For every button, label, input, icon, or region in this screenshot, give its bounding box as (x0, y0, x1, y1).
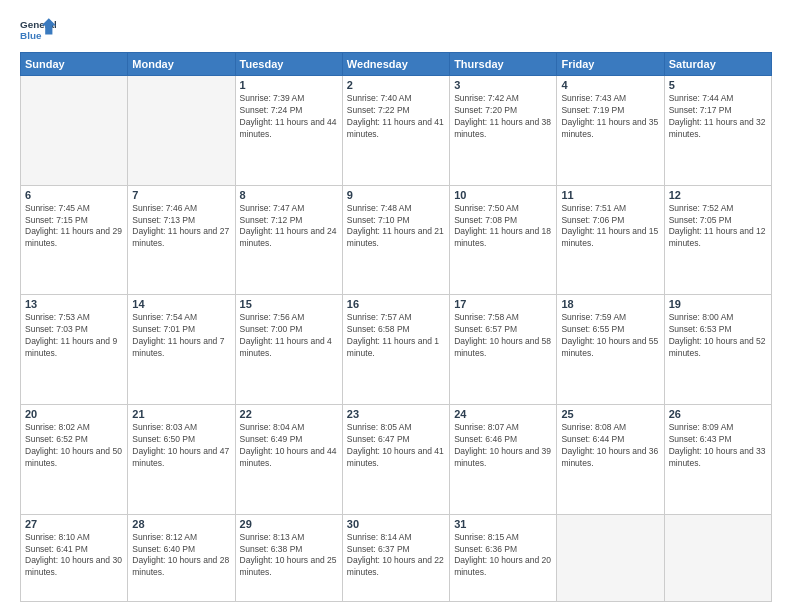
day-info: Sunrise: 8:07 AMSunset: 6:46 PMDaylight:… (454, 422, 552, 470)
day-info: Sunrise: 7:50 AMSunset: 7:08 PMDaylight:… (454, 203, 552, 251)
day-number: 23 (347, 408, 445, 420)
day-info: Sunrise: 7:48 AMSunset: 7:10 PMDaylight:… (347, 203, 445, 251)
day-number: 20 (25, 408, 123, 420)
calendar-cell: 4Sunrise: 7:43 AMSunset: 7:19 PMDaylight… (557, 76, 664, 186)
day-number: 12 (669, 189, 767, 201)
calendar-cell: 5Sunrise: 7:44 AMSunset: 7:17 PMDaylight… (664, 76, 771, 186)
day-info: Sunrise: 8:10 AMSunset: 6:41 PMDaylight:… (25, 532, 123, 580)
day-info: Sunrise: 7:52 AMSunset: 7:05 PMDaylight:… (669, 203, 767, 251)
day-info: Sunrise: 8:05 AMSunset: 6:47 PMDaylight:… (347, 422, 445, 470)
day-number: 21 (132, 408, 230, 420)
calendar-cell: 30Sunrise: 8:14 AMSunset: 6:37 PMDayligh… (342, 514, 449, 601)
day-number: 24 (454, 408, 552, 420)
day-number: 11 (561, 189, 659, 201)
day-info: Sunrise: 7:40 AMSunset: 7:22 PMDaylight:… (347, 93, 445, 141)
day-number: 16 (347, 298, 445, 310)
day-info: Sunrise: 8:12 AMSunset: 6:40 PMDaylight:… (132, 532, 230, 580)
calendar-cell (557, 514, 664, 601)
day-number: 3 (454, 79, 552, 91)
day-info: Sunrise: 7:57 AMSunset: 6:58 PMDaylight:… (347, 312, 445, 360)
day-info: Sunrise: 8:08 AMSunset: 6:44 PMDaylight:… (561, 422, 659, 470)
header: General Blue (20, 16, 772, 44)
calendar-cell: 22Sunrise: 8:04 AMSunset: 6:49 PMDayligh… (235, 405, 342, 515)
logo-icon: General Blue (20, 16, 56, 44)
logo: General Blue (20, 16, 56, 44)
day-info: Sunrise: 8:02 AMSunset: 6:52 PMDaylight:… (25, 422, 123, 470)
day-info: Sunrise: 7:43 AMSunset: 7:19 PMDaylight:… (561, 93, 659, 141)
day-number: 30 (347, 518, 445, 530)
day-number: 29 (240, 518, 338, 530)
calendar-cell: 1Sunrise: 7:39 AMSunset: 7:24 PMDaylight… (235, 76, 342, 186)
day-number: 27 (25, 518, 123, 530)
calendar-week-4: 20Sunrise: 8:02 AMSunset: 6:52 PMDayligh… (21, 405, 772, 515)
calendar-week-1: 1Sunrise: 7:39 AMSunset: 7:24 PMDaylight… (21, 76, 772, 186)
day-number: 15 (240, 298, 338, 310)
weekday-header-thursday: Thursday (450, 53, 557, 76)
svg-text:Blue: Blue (20, 30, 42, 41)
weekday-header-row: SundayMondayTuesdayWednesdayThursdayFrid… (21, 53, 772, 76)
calendar-cell: 6Sunrise: 7:45 AMSunset: 7:15 PMDaylight… (21, 185, 128, 295)
day-info: Sunrise: 8:13 AMSunset: 6:38 PMDaylight:… (240, 532, 338, 580)
day-info: Sunrise: 7:39 AMSunset: 7:24 PMDaylight:… (240, 93, 338, 141)
day-info: Sunrise: 8:03 AMSunset: 6:50 PMDaylight:… (132, 422, 230, 470)
weekday-header-wednesday: Wednesday (342, 53, 449, 76)
day-info: Sunrise: 8:14 AMSunset: 6:37 PMDaylight:… (347, 532, 445, 580)
calendar-cell: 7Sunrise: 7:46 AMSunset: 7:13 PMDaylight… (128, 185, 235, 295)
day-info: Sunrise: 7:44 AMSunset: 7:17 PMDaylight:… (669, 93, 767, 141)
day-number: 6 (25, 189, 123, 201)
calendar-cell: 29Sunrise: 8:13 AMSunset: 6:38 PMDayligh… (235, 514, 342, 601)
day-number: 8 (240, 189, 338, 201)
calendar-cell: 11Sunrise: 7:51 AMSunset: 7:06 PMDayligh… (557, 185, 664, 295)
calendar-cell: 20Sunrise: 8:02 AMSunset: 6:52 PMDayligh… (21, 405, 128, 515)
day-number: 10 (454, 189, 552, 201)
weekday-header-monday: Monday (128, 53, 235, 76)
calendar-cell: 19Sunrise: 8:00 AMSunset: 6:53 PMDayligh… (664, 295, 771, 405)
calendar-cell: 3Sunrise: 7:42 AMSunset: 7:20 PMDaylight… (450, 76, 557, 186)
calendar-cell: 28Sunrise: 8:12 AMSunset: 6:40 PMDayligh… (128, 514, 235, 601)
calendar-cell: 16Sunrise: 7:57 AMSunset: 6:58 PMDayligh… (342, 295, 449, 405)
day-info: Sunrise: 7:59 AMSunset: 6:55 PMDaylight:… (561, 312, 659, 360)
calendar-table: SundayMondayTuesdayWednesdayThursdayFrid… (20, 52, 772, 602)
calendar-cell: 12Sunrise: 7:52 AMSunset: 7:05 PMDayligh… (664, 185, 771, 295)
day-number: 13 (25, 298, 123, 310)
day-number: 18 (561, 298, 659, 310)
calendar-cell: 24Sunrise: 8:07 AMSunset: 6:46 PMDayligh… (450, 405, 557, 515)
day-info: Sunrise: 8:00 AMSunset: 6:53 PMDaylight:… (669, 312, 767, 360)
day-number: 2 (347, 79, 445, 91)
day-info: Sunrise: 7:46 AMSunset: 7:13 PMDaylight:… (132, 203, 230, 251)
day-number: 7 (132, 189, 230, 201)
day-info: Sunrise: 7:53 AMSunset: 7:03 PMDaylight:… (25, 312, 123, 360)
calendar-cell: 23Sunrise: 8:05 AMSunset: 6:47 PMDayligh… (342, 405, 449, 515)
calendar-cell: 14Sunrise: 7:54 AMSunset: 7:01 PMDayligh… (128, 295, 235, 405)
weekday-header-tuesday: Tuesday (235, 53, 342, 76)
day-number: 25 (561, 408, 659, 420)
day-number: 1 (240, 79, 338, 91)
calendar-cell (128, 76, 235, 186)
day-number: 5 (669, 79, 767, 91)
weekday-header-sunday: Sunday (21, 53, 128, 76)
day-info: Sunrise: 7:47 AMSunset: 7:12 PMDaylight:… (240, 203, 338, 251)
calendar-week-2: 6Sunrise: 7:45 AMSunset: 7:15 PMDaylight… (21, 185, 772, 295)
day-number: 9 (347, 189, 445, 201)
day-info: Sunrise: 7:56 AMSunset: 7:00 PMDaylight:… (240, 312, 338, 360)
weekday-header-saturday: Saturday (664, 53, 771, 76)
day-number: 26 (669, 408, 767, 420)
day-number: 19 (669, 298, 767, 310)
calendar-cell (21, 76, 128, 186)
calendar-cell: 31Sunrise: 8:15 AMSunset: 6:36 PMDayligh… (450, 514, 557, 601)
calendar-week-5: 27Sunrise: 8:10 AMSunset: 6:41 PMDayligh… (21, 514, 772, 601)
day-number: 31 (454, 518, 552, 530)
calendar-cell: 13Sunrise: 7:53 AMSunset: 7:03 PMDayligh… (21, 295, 128, 405)
calendar-cell: 18Sunrise: 7:59 AMSunset: 6:55 PMDayligh… (557, 295, 664, 405)
calendar-cell: 21Sunrise: 8:03 AMSunset: 6:50 PMDayligh… (128, 405, 235, 515)
day-number: 4 (561, 79, 659, 91)
day-info: Sunrise: 7:51 AMSunset: 7:06 PMDaylight:… (561, 203, 659, 251)
day-info: Sunrise: 8:09 AMSunset: 6:43 PMDaylight:… (669, 422, 767, 470)
calendar-cell: 27Sunrise: 8:10 AMSunset: 6:41 PMDayligh… (21, 514, 128, 601)
page: General Blue SundayMondayTuesdayWednesda… (0, 0, 792, 612)
day-info: Sunrise: 7:42 AMSunset: 7:20 PMDaylight:… (454, 93, 552, 141)
day-number: 14 (132, 298, 230, 310)
day-number: 22 (240, 408, 338, 420)
day-info: Sunrise: 7:45 AMSunset: 7:15 PMDaylight:… (25, 203, 123, 251)
day-number: 28 (132, 518, 230, 530)
